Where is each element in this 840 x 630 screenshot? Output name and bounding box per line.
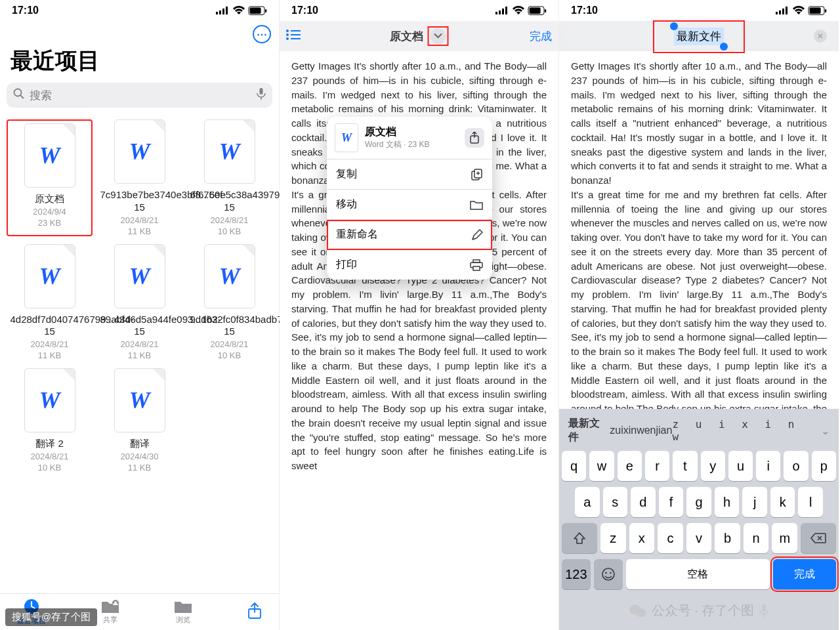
more-actions-button[interactable]: ⋯ [253,25,271,43]
mic-icon[interactable] [257,88,266,103]
key-t[interactable]: t [673,451,697,481]
doc-title: 原文档 [390,29,423,44]
chevron-down-icon[interactable]: ⌄ [821,425,830,437]
key-s[interactable]: s [603,487,628,517]
file-item[interactable]: W 翻译 2 2024/8/21 10 KB [7,368,93,472]
signal-icon [776,7,789,14]
page-title: 最近项目 [0,43,279,83]
key-q[interactable]: q [562,451,586,481]
key-u[interactable]: u [728,451,753,481]
file-item[interactable]: W 7c913be7be3740e3bf8...5ef-15 2024/8/21… [96,119,182,236]
file-item[interactable]: W 原文档 2024/9/4 23 KB [7,119,93,236]
svg-rect-16 [499,10,501,14]
status-bar: 17:10 [0,0,279,21]
key-h[interactable]: h [715,487,740,517]
context-menu: W 原文档 Word 文稿 · 23 KB 复制 移动 [327,117,492,280]
key-i[interactable]: i [756,451,780,481]
key-b[interactable]: b [715,523,740,553]
chevron-down-icon[interactable] [430,28,446,44]
key-e[interactable]: e [618,451,642,481]
key-m[interactable]: m [772,523,797,553]
file-size: 11 KB [128,350,151,360]
wifi-icon [513,7,524,14]
svg-point-43 [610,572,612,574]
search-placeholder: 搜索 [30,88,52,103]
signal-icon [495,7,509,14]
menu-copy[interactable]: 复制 [327,159,492,190]
key-done[interactable]: 完成 [773,559,836,589]
key-backspace[interactable] [801,523,836,553]
svg-rect-15 [495,12,497,14]
key-v[interactable]: v [686,523,712,553]
file-name: 9dd632fc0f834badb7...caa-15 [190,314,269,339]
key-emoji[interactable] [594,559,623,589]
candidate-pinyin[interactable]: zuixinwenjian [610,425,672,436]
key-shift[interactable] [562,523,597,553]
file-item[interactable]: W 9dd632fc0f834badb7...caa-15 2024/8/21 … [186,244,272,361]
word-file-icon: W [204,119,255,184]
file-item[interactable]: W 6f6760e5c38a439797...2dc-15 2024/8/21 … [186,119,272,236]
folder-icon [470,200,483,210]
signal-icon [216,7,229,14]
svg-rect-6 [265,9,266,12]
search-input[interactable]: 搜索 [7,83,272,108]
file-name: 原文档 [35,193,64,205]
key-r[interactable]: r [645,451,669,481]
share-icon [470,132,479,144]
candidate-bar[interactable]: 最新文件 zuixinwenjian z u i x i n w ⌄ [562,413,836,451]
battery-icon [249,7,267,15]
rename-pane: 17:10 最新文件 ✕ Getty Images It's shortly a… [559,0,839,630]
candidate-letters[interactable]: z u i x i n w [672,418,821,443]
svg-rect-27 [291,38,301,39]
candidate-selected[interactable]: 最新文件 [568,417,610,444]
file-size: 10 KB [218,350,241,360]
rename-value: 最新文件 [674,28,724,45]
key-o[interactable]: o [784,451,808,481]
file-size: 11 KB [128,463,151,472]
file-size: 10 KB [38,463,61,472]
menu-rename[interactable]: 重新命名 [327,220,492,250]
key-number-mode[interactable]: 123 [562,559,591,589]
file-date: 2024/8/21 [31,339,69,349]
key-a[interactable]: a [575,487,600,517]
tab-shared[interactable]: 共享 [101,599,119,625]
watermark: 搜狐号@存了个图 [5,608,97,626]
key-space[interactable]: 空格 [626,559,770,589]
svg-rect-9 [260,88,263,94]
key-x[interactable]: x [629,523,655,553]
key-g[interactable]: g [686,487,711,517]
rename-input[interactable]: 最新文件 ✕ [566,24,832,48]
list-icon[interactable] [286,30,301,43]
menu-header: W 原文档 Word 文稿 · 23 KB [327,117,492,159]
key-f[interactable]: f [659,487,684,517]
word-file-icon: W [114,119,165,184]
shift-icon [574,532,585,544]
key-k[interactable]: k [770,487,795,517]
search-icon [13,88,24,102]
share-button[interactable] [247,602,262,622]
key-y[interactable]: y [701,451,725,481]
svg-rect-5 [250,7,261,13]
key-l[interactable]: l [798,487,823,517]
menu-move[interactable]: 移动 [327,190,492,220]
key-w[interactable]: w [589,451,614,481]
file-item[interactable]: W 翻译 2024/4/30 11 KB [96,368,182,472]
file-item[interactable]: W 89abf46d5a944fe093...1b2-15 2024/8/21 … [96,244,182,361]
key-c[interactable]: c [658,523,683,553]
key-n[interactable]: n [744,523,769,553]
menu-share-button[interactable] [465,128,484,148]
word-file-icon: W [24,244,75,308]
done-button[interactable]: 完成 [530,29,552,44]
word-file-icon: W [114,368,165,432]
word-file-icon: W [24,368,75,432]
key-d[interactable]: d [631,487,656,517]
tab-browse[interactable]: 浏览 [174,599,192,625]
file-item[interactable]: W 4d28df7d0407476799...43d-15 2024/8/21 … [7,244,93,361]
menu-print[interactable]: 打印 [327,250,492,280]
key-j[interactable]: j [742,487,767,517]
key-p[interactable]: p [812,451,836,481]
svg-point-24 [286,33,289,36]
svg-rect-3 [226,7,228,14]
key-z[interactable]: z [600,523,626,553]
clear-icon[interactable]: ✕ [814,30,827,43]
